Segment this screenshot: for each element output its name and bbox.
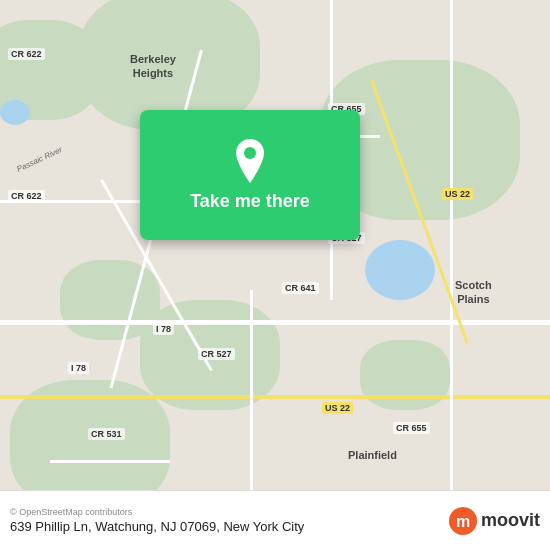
svg-text:m: m [456, 513, 470, 530]
road-label-cr531: CR 531 [88, 428, 125, 440]
road-label-cr622-2: CR 622 [8, 48, 45, 60]
road-label-i78-1: I 78 [153, 323, 174, 335]
road-us22-h [0, 395, 550, 399]
take-me-there-button[interactable]: Take me there [140, 110, 360, 240]
road-i78-h [0, 320, 550, 325]
road-label-cr655-2: CR 655 [393, 422, 430, 434]
water-area [365, 240, 435, 300]
address: 639 Phillip Ln, Watchung, NJ 07069, New … [10, 519, 304, 534]
road-label-i78-2: I 78 [68, 362, 89, 374]
town-label-berkeley-heights: Berkeley Heights [130, 52, 176, 81]
moovit-wordmark: moovit [481, 510, 540, 531]
road-us22-v [450, 0, 453, 490]
location-pin-icon [232, 139, 268, 183]
footer-info: © OpenStreetMap contributors 639 Phillip… [10, 507, 304, 534]
road-label-cr527-2: CR 527 [198, 348, 235, 360]
road-label-cr641: CR 641 [282, 282, 319, 294]
osm-credit: © OpenStreetMap contributors [10, 507, 304, 517]
water-area [0, 100, 30, 125]
road-cr527-v2 [250, 290, 253, 490]
moovit-icon: m [449, 507, 477, 535]
road-label-cr622-1: CR 622 [8, 190, 45, 202]
town-label-plainfield: Plainfield [348, 448, 397, 462]
cta-label: Take me there [190, 191, 310, 212]
svg-point-0 [244, 147, 256, 159]
town-label-scotch-plains: Scotch Plains [455, 278, 492, 307]
road-cr531 [50, 460, 170, 463]
road-label-us22-1: US 22 [442, 188, 473, 200]
green-area [360, 340, 450, 410]
road-label-us22-2: US 22 [322, 402, 353, 414]
footer: © OpenStreetMap contributors 639 Phillip… [0, 490, 550, 550]
map: Passaic River CR 622 CR 622 CR 527 CR 52… [0, 0, 550, 490]
moovit-logo: m moovit [449, 507, 540, 535]
